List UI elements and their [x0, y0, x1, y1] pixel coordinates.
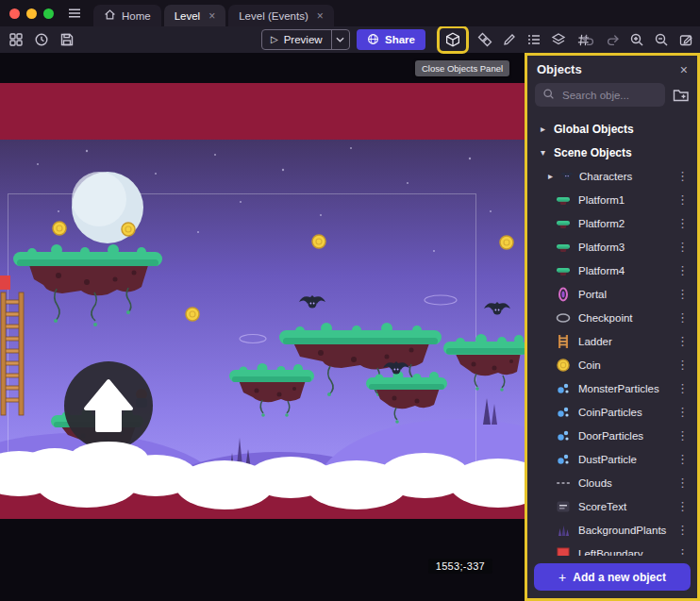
tab-label: Level (Events): [239, 10, 308, 22]
close-tab-icon[interactable]: ×: [317, 10, 324, 22]
object-row[interactable]: CoinParticles⋮: [527, 400, 697, 424]
kebab-menu-icon[interactable]: ⋮: [676, 382, 697, 394]
kebab-menu-icon[interactable]: ⋮: [676, 241, 697, 253]
object-row[interactable]: BackgroundPlants⋮: [527, 518, 697, 542]
share-button[interactable]: Share: [357, 29, 425, 50]
preview-button[interactable]: ▷ Preview: [261, 29, 350, 50]
object-label: Clouds: [578, 477, 669, 489]
search-box[interactable]: [535, 83, 665, 107]
kebab-menu-icon[interactable]: ⋮: [676, 193, 697, 206]
home-icon: [104, 8, 116, 23]
rename-icon[interactable]: [677, 29, 694, 50]
kebab-menu-icon[interactable]: ⋮: [676, 547, 697, 556]
object-label: DoorParticles: [578, 430, 669, 442]
object-row[interactable]: Platform1⋮: [527, 188, 697, 211]
minimize-window-button[interactable]: [26, 8, 37, 19]
object-label: LeftBoundary: [578, 548, 669, 557]
maximize-window-button[interactable]: [43, 8, 54, 19]
kebab-menu-icon[interactable]: ⋮: [676, 335, 697, 347]
objects-panel-button[interactable]: [444, 29, 461, 50]
object-row[interactable]: Checkpoint⋮: [527, 306, 697, 329]
caret-down-icon[interactable]: ▾: [539, 147, 547, 158]
object-label: Coin: [578, 359, 669, 371]
add-object-button[interactable]: + Add a new object: [534, 563, 691, 591]
plants-icon: [556, 523, 571, 538]
kebab-menu-icon[interactable]: ⋮: [676, 217, 697, 229]
ladder-icon: [556, 334, 571, 349]
object-row[interactable]: Coin⋮: [527, 353, 697, 376]
tab-level[interactable]: Level ×: [164, 5, 226, 26]
close-window-button[interactable]: [9, 8, 20, 19]
object-row[interactable]: Clouds⋮: [527, 471, 697, 494]
object-row[interactable]: Platform4⋮: [527, 259, 697, 282]
section-label: Scene Objects: [554, 146, 697, 159]
close-tab-icon[interactable]: ×: [208, 10, 215, 22]
caret-right-icon[interactable]: ▸: [539, 124, 547, 134]
save-icon[interactable]: [58, 29, 75, 50]
scene-coin: [312, 235, 325, 248]
toolbar: ▷ Preview Share: [0, 26, 700, 53]
coin-icon: [556, 358, 571, 373]
object-row[interactable]: DoorParticles⋮: [527, 424, 697, 447]
tab-home[interactable]: Home: [93, 5, 161, 26]
platform-icon: [556, 240, 571, 255]
kebab-menu-icon[interactable]: ⋮: [676, 170, 697, 182]
instances-list-icon[interactable]: [525, 29, 542, 50]
titlebar: Home Level × Level (Events) ×: [0, 0, 700, 26]
kebab-menu-icon[interactable]: ⋮: [676, 359, 697, 371]
scene-coin: [53, 222, 66, 235]
object-groups-icon[interactable]: [476, 29, 493, 50]
search-input[interactable]: [560, 89, 658, 102]
add-object-label: Add a new object: [573, 571, 666, 584]
scene-editor-canvas[interactable]: 1553;-337: [0, 53, 525, 601]
object-label: Platform2: [578, 218, 669, 229]
tab-level-events[interactable]: Level (Events) ×: [228, 5, 334, 26]
menu-icon[interactable]: [67, 6, 82, 21]
kebab-menu-icon[interactable]: ⋮: [676, 524, 697, 536]
object-row[interactable]: MonsterParticles⋮: [527, 376, 697, 400]
particles-icon: [556, 405, 571, 420]
kebab-menu-icon[interactable]: ⋮: [676, 500, 697, 512]
kebab-menu-icon[interactable]: ⋮: [676, 453, 697, 465]
kebab-menu-icon[interactable]: ⋮: [676, 476, 697, 489]
tab-label: Home: [122, 10, 151, 22]
kebab-menu-icon[interactable]: ⋮: [676, 406, 697, 418]
object-row[interactable]: Platform2⋮: [527, 211, 697, 235]
scene-red-band-top[interactable]: [0, 83, 525, 140]
object-label: CoinParticles: [578, 407, 669, 418]
chevron-down-icon[interactable]: [332, 37, 349, 42]
object-row[interactable]: Portal⋮: [527, 282, 697, 306]
zoom-in-icon[interactable]: [628, 29, 645, 50]
bat-icon: [559, 169, 575, 184]
object-row[interactable]: Platform3⋮: [527, 235, 697, 259]
undo-icon[interactable]: [579, 29, 596, 50]
object-row[interactable]: ScoreText⋮: [527, 494, 697, 518]
clock-icon[interactable]: [33, 29, 50, 50]
project-manager-icon[interactable]: [8, 29, 25, 50]
edit-icon[interactable]: [501, 29, 518, 50]
object-label: Platform3: [578, 242, 669, 253]
jump-button-control[interactable]: [64, 361, 153, 450]
scene-svg: [0, 53, 525, 601]
redo-icon[interactable]: [604, 29, 621, 50]
kebab-menu-icon[interactable]: ⋮: [676, 288, 697, 300]
caret-right-icon[interactable]: ▸: [546, 171, 555, 181]
object-row[interactable]: Ladder⋮: [527, 329, 697, 353]
cursor-coordinates: 1553;-337: [428, 559, 492, 574]
scene-left-boundary[interactable]: [0, 275, 10, 290]
section-row[interactable]: ▾Scene Objects: [527, 141, 697, 164]
kebab-menu-icon[interactable]: ⋮: [676, 264, 697, 276]
section-row[interactable]: ▸Global Objects: [527, 117, 697, 141]
object-row[interactable]: ▸Characters⋮: [527, 164, 697, 188]
object-row[interactable]: LeftBoundary⋮: [527, 542, 697, 556]
tooltip: Close Objects Panel: [415, 60, 509, 76]
layers-icon[interactable]: [550, 29, 567, 50]
zoom-out-icon[interactable]: [653, 29, 670, 50]
object-row[interactable]: DustParticle⋮: [527, 447, 697, 471]
tab-label: Level: [175, 10, 201, 22]
close-panel-icon[interactable]: ×: [680, 63, 688, 76]
object-label: Portal: [578, 289, 669, 300]
kebab-menu-icon[interactable]: ⋮: [676, 429, 697, 442]
add-folder-button[interactable]: [673, 88, 690, 103]
kebab-menu-icon[interactable]: ⋮: [676, 311, 697, 324]
